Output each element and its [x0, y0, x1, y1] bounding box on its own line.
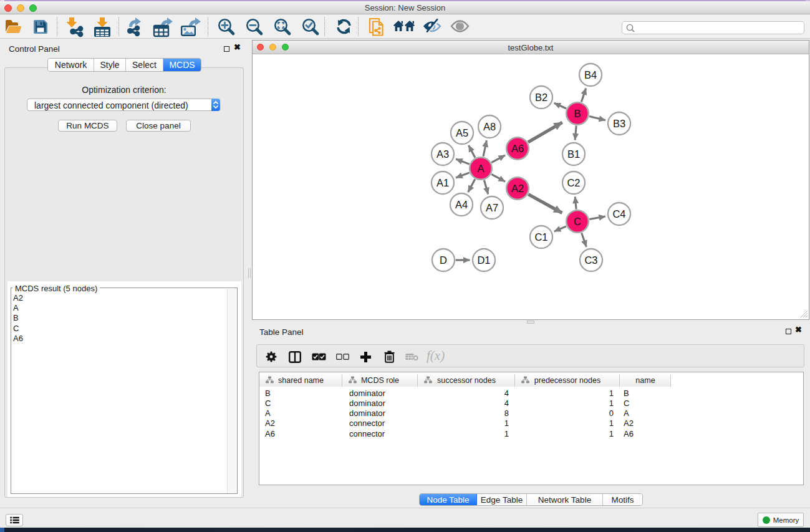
svg-text:C2: C2 [567, 177, 580, 188]
svg-text:B1: B1 [567, 148, 580, 160]
svg-text:B4: B4 [584, 69, 597, 80]
svg-text:B: B [574, 108, 581, 119]
svg-text:A4: A4 [455, 199, 468, 210]
svg-text:B2: B2 [535, 92, 547, 103]
svg-text:D1: D1 [477, 254, 490, 266]
svg-text:A5: A5 [456, 127, 468, 138]
svg-text:D: D [440, 254, 447, 266]
svg-text:A7: A7 [486, 202, 498, 213]
svg-text:C4: C4 [612, 208, 625, 220]
svg-text:C: C [574, 216, 581, 227]
svg-text:A: A [477, 163, 484, 174]
svg-text:C3: C3 [584, 254, 597, 266]
svg-text:A6: A6 [511, 143, 524, 154]
svg-text:A8: A8 [483, 121, 496, 132]
svg-text:A2: A2 [511, 183, 524, 194]
svg-text:A1: A1 [436, 177, 449, 188]
svg-text:A3: A3 [436, 148, 449, 160]
svg-text:B3: B3 [613, 118, 625, 129]
svg-text:C1: C1 [534, 231, 547, 243]
